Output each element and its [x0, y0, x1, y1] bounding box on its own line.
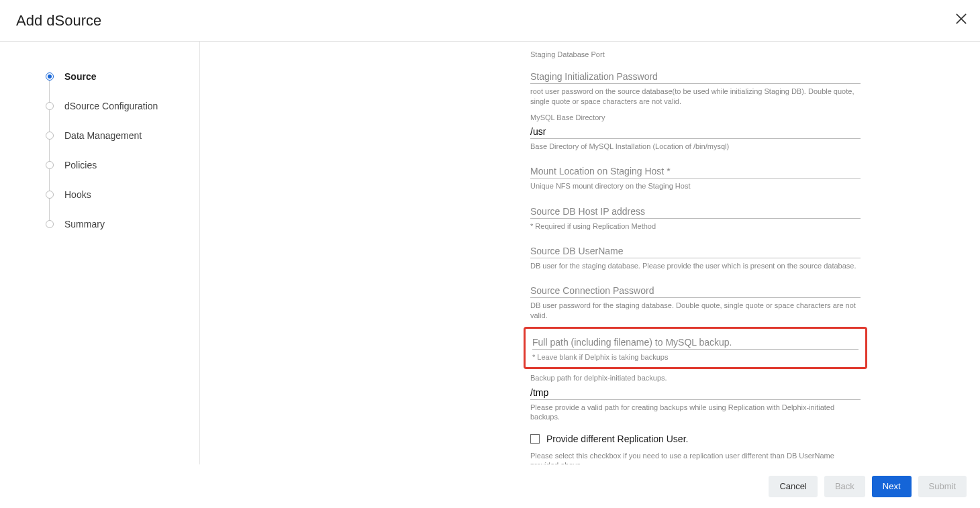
mysql-base-input[interactable]: [530, 123, 861, 139]
source-ip-input[interactable]: [530, 203, 861, 219]
field-help: * Required if using Replication Method: [530, 221, 861, 231]
field-staging-port: Staging Database Port: [530, 50, 861, 59]
step-dsource-configuration[interactable]: dSource Configuration: [46, 91, 199, 121]
step-dot-icon: [46, 220, 54, 228]
field-staging-init-password: root user password on the source databas…: [530, 68, 861, 106]
field-replication-user: Provide different Replication User. Plea…: [530, 434, 861, 464]
step-dot-icon: [46, 191, 54, 199]
source-connection-password-input[interactable]: [530, 283, 861, 298]
field-help: Please provide a valid path for creating…: [530, 403, 861, 422]
step-dot-icon: [46, 132, 54, 140]
step-policies[interactable]: Policies: [46, 150, 199, 180]
step-dot-icon: [46, 161, 54, 169]
form-panel: Staging Database Port root user password…: [530, 42, 861, 464]
field-help: Unique NFS mount directory on the Stagin…: [530, 181, 861, 191]
dialog-header: Add dSource: [0, 0, 980, 42]
step-label: Policies: [64, 160, 97, 170]
field-help: DB user for the staging database. Please…: [530, 261, 861, 270]
field-delphix-backup-path: Backup path for delphix-initiated backup…: [530, 373, 861, 421]
step-label: Source: [64, 71, 96, 82]
wizard-sidebar: Source dSource Configuration Data Manage…: [0, 42, 200, 464]
field-source-ip: * Required if using Replication Method: [530, 203, 861, 231]
step-data-management[interactable]: Data Management: [46, 121, 199, 150]
step-dot-icon: [46, 102, 54, 110]
field-help: Please select this checkbox if you need …: [530, 451, 861, 464]
field-help: * Leave blank if Delphix is taking backu…: [532, 352, 859, 362]
next-button[interactable]: Next: [872, 476, 912, 497]
dialog-title: Add dSource: [16, 12, 101, 30]
staging-init-password-input[interactable]: [530, 68, 861, 84]
step-summary[interactable]: Summary: [46, 209, 199, 239]
field-mysql-base: MySQL Base Directory Base Directory of M…: [530, 113, 861, 152]
field-help: Base Directory of MySQL Installation (Lo…: [530, 142, 861, 151]
step-hooks[interactable]: Hooks: [46, 180, 199, 209]
field-mount-location: Unique NFS mount directory on the Stagin…: [530, 163, 861, 191]
close-button[interactable]: [954, 12, 968, 28]
field-help: DB user password for the staging databas…: [530, 301, 861, 320]
backup-path-input[interactable]: [532, 334, 859, 350]
replication-user-label: Provide different Replication User.: [546, 434, 688, 444]
step-list: Source dSource Configuration Data Manage…: [0, 62, 199, 239]
highlighted-backup-path-field: * Leave blank if Delphix is taking backu…: [524, 327, 867, 369]
delphix-backup-input[interactable]: [530, 385, 861, 400]
step-source[interactable]: Source: [46, 62, 199, 91]
mount-location-input[interactable]: [530, 163, 861, 179]
step-label: Hooks: [64, 189, 91, 200]
back-button[interactable]: Back: [824, 476, 865, 497]
field-label: MySQL Base Directory: [530, 113, 861, 122]
field-source-connection-password: DB user password for the staging databas…: [530, 283, 861, 320]
step-label: Summary: [64, 219, 105, 230]
submit-button[interactable]: Submit: [918, 476, 967, 497]
step-label: dSource Configuration: [64, 101, 158, 111]
source-username-input[interactable]: [530, 243, 861, 258]
wizard-footer: Cancel Back Next Submit: [0, 464, 980, 508]
field-help: Staging Database Port: [530, 50, 861, 59]
replication-user-checkbox[interactable]: [530, 434, 540, 444]
form-main: Staging Database Port root user password…: [200, 42, 980, 464]
field-source-username: DB user for the staging database. Please…: [530, 243, 861, 270]
field-label: Backup path for delphix-initiated backup…: [530, 373, 861, 383]
cancel-button[interactable]: Cancel: [769, 476, 817, 497]
step-dot-icon: [46, 72, 54, 81]
step-label: Data Management: [64, 130, 142, 141]
close-icon: [954, 12, 968, 26]
field-help: root user password on the source databas…: [530, 87, 861, 106]
